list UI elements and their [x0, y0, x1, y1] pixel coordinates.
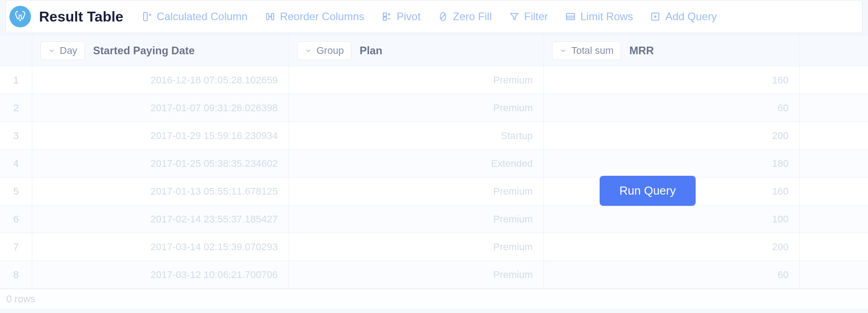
cell-extra — [800, 205, 868, 233]
calculated-column-label: Calculated Column — [157, 10, 248, 23]
limit-rows-button[interactable]: Limit Rows — [565, 10, 633, 23]
column-label-mrr: MRR — [629, 44, 654, 57]
cell-mrr: 200 — [544, 122, 800, 149]
add-query-label: Add Query — [665, 10, 717, 23]
filter-button[interactable]: Filter — [509, 10, 548, 23]
row-number: 3 — [0, 122, 32, 149]
reorder-columns-button[interactable]: Reorder Columns — [265, 10, 364, 23]
grid-wrap: Day Started Paying Date Group Plan Total… — [0, 35, 868, 309]
row-count-text: 0 rows — [6, 293, 35, 305]
column-header-extra — [800, 35, 868, 66]
cell-date: 2017-01-07 09:31:26.026398 — [32, 94, 289, 122]
chevron-down-icon — [48, 47, 55, 54]
pivot-label: Pivot — [397, 10, 421, 23]
cell-date: 2017-03-14 02:15:39.070293 — [32, 233, 289, 261]
table-row: 3 2017-01-29 15:59:16.230934 Startup 200 — [0, 122, 868, 150]
cell-date: 2017-01-29 15:59:16.230934 — [32, 122, 289, 149]
add-query-button[interactable]: Add Query — [650, 10, 717, 23]
table-row: 8 2017-03-12 10:06:21.700706 Premium 60 — [0, 261, 868, 289]
grid-footer: 0 rows — [0, 289, 868, 309]
cell-extra — [800, 178, 868, 205]
column-header-plan: Group Plan — [289, 35, 544, 66]
cell-mrr: 180 — [544, 150, 800, 177]
aggregation-pill-date[interactable]: Day — [40, 41, 85, 60]
svg-point-1 — [22, 14, 22, 15]
table-row: 7 2017-03-14 02:15:39.070293 Premium 200 — [0, 233, 868, 261]
zero-fill-button[interactable]: Zero Fill — [438, 10, 492, 23]
aggregation-pill-mrr[interactable]: Total sum — [552, 41, 621, 60]
reorder-columns-label: Reorder Columns — [280, 10, 364, 23]
aggregation-pill-plan-label: Group — [316, 46, 344, 56]
column-label-plan: Plan — [359, 44, 382, 57]
calculated-column-button[interactable]: Calculated Column — [141, 10, 248, 23]
zero-fill-label: Zero Fill — [453, 10, 492, 23]
cell-plan: Premium — [289, 66, 544, 94]
cell-mrr: 100 — [544, 205, 800, 233]
svg-rect-6 — [383, 17, 386, 20]
cell-extra — [800, 94, 868, 122]
cell-extra — [800, 66, 868, 94]
cell-date: 2017-01-13 05:55:11.678125 — [32, 178, 289, 205]
row-number: 5 — [0, 178, 32, 205]
cell-plan: Premium — [289, 261, 544, 288]
cell-date: 2016-12-18 07:05:28.102659 — [32, 66, 289, 94]
row-number-header — [0, 35, 32, 66]
aggregation-pill-plan[interactable]: Group — [297, 41, 351, 60]
postgres-icon — [9, 6, 31, 27]
table-row: 5 2017-01-13 05:55:11.678125 Premium 160 — [0, 178, 868, 205]
table-row: 2 2017-01-07 09:31:26.026398 Premium 60 — [0, 94, 868, 122]
cell-extra — [800, 122, 868, 149]
table-row: 1 2016-12-18 07:05:28.102659 Premium 160 — [0, 66, 868, 94]
cell-date: 2017-01-25 05:38:35.234602 — [32, 150, 289, 177]
row-number: 8 — [0, 261, 32, 288]
cell-date: 2017-02-14 23:55:37.185427 — [32, 205, 289, 233]
aggregation-pill-date-label: Day — [60, 46, 77, 56]
cell-plan: Premium — [289, 233, 544, 261]
row-number: 2 — [0, 94, 32, 122]
cell-date: 2017-03-12 10:06:21.700706 — [32, 261, 289, 288]
grid-header: Day Started Paying Date Group Plan Total… — [0, 35, 868, 66]
title-wrap: Result Table — [9, 6, 123, 27]
column-header-date: Day Started Paying Date — [32, 35, 289, 66]
chevron-down-icon — [560, 47, 567, 54]
svg-point-0 — [18, 14, 19, 15]
cell-mrr: 160 — [544, 66, 800, 94]
row-number: 7 — [0, 233, 32, 261]
svg-rect-2 — [144, 13, 147, 21]
filter-label: Filter — [524, 10, 548, 23]
cell-mrr: 200 — [544, 233, 800, 261]
aggregation-pill-mrr-label: Total sum — [571, 46, 614, 56]
cell-extra — [800, 150, 868, 177]
cell-plan: Premium — [289, 205, 544, 233]
toolbar-actions: Calculated Column Reorder Columns Pivot … — [141, 10, 717, 23]
cell-plan: Extended — [289, 150, 544, 177]
cell-plan: Premium — [289, 94, 544, 122]
column-label-date: Started Paying Date — [93, 44, 195, 57]
pivot-button[interactable]: Pivot — [381, 10, 421, 23]
cell-plan: Premium — [289, 178, 544, 205]
cell-plan: Startup — [289, 122, 544, 149]
page-title: Result Table — [39, 9, 123, 25]
row-number: 1 — [0, 66, 32, 94]
result-grid: Day Started Paying Date Group Plan Total… — [0, 35, 868, 309]
run-query-button[interactable]: Run Query — [600, 176, 696, 206]
row-number: 6 — [0, 205, 32, 233]
table-row: 4 2017-01-25 05:38:35.234602 Extended 18… — [0, 150, 868, 178]
cell-mrr: 60 — [544, 261, 800, 288]
cell-extra — [800, 233, 868, 261]
row-number: 4 — [0, 150, 32, 177]
cell-extra — [800, 261, 868, 288]
table-row: 6 2017-02-14 23:55:37.185427 Premium 100 — [0, 205, 868, 233]
limit-rows-label: Limit Rows — [580, 10, 633, 23]
svg-rect-5 — [383, 13, 386, 16]
cell-mrr: 60 — [544, 94, 800, 122]
toolbar: Result Table Calculated Column Reorder C… — [5, 0, 863, 33]
column-header-mrr: Total sum MRR — [544, 35, 800, 66]
grid-body: 1 2016-12-18 07:05:28.102659 Premium 160… — [0, 66, 868, 289]
chevron-down-icon — [305, 47, 312, 54]
svg-rect-3 — [267, 13, 269, 20]
